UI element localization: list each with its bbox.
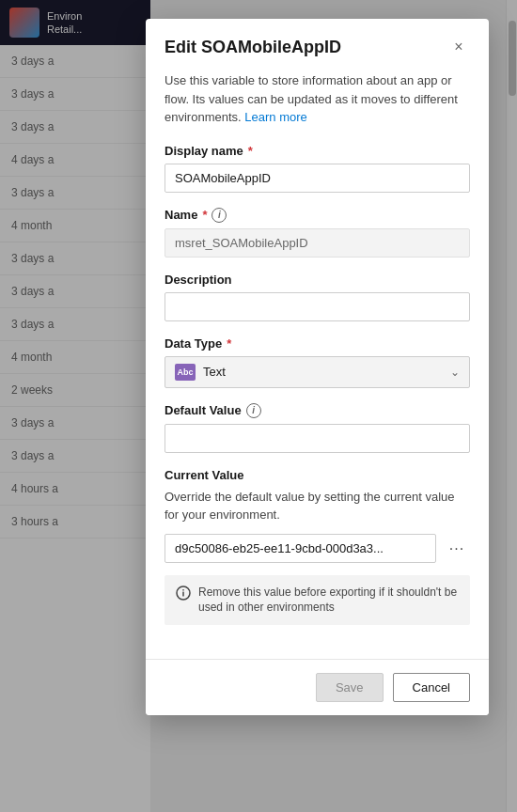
- svg-rect-2: [182, 589, 184, 591]
- description-group: Description: [164, 273, 470, 321]
- chevron-down-icon: ⌄: [450, 366, 460, 379]
- learn-more-link[interactable]: Learn more: [244, 110, 306, 124]
- display-name-label: Display name *: [164, 144, 470, 158]
- data-type-value: Text: [203, 365, 450, 379]
- edit-dialog: Edit SOAMobileAppID × Use this variable …: [146, 19, 489, 715]
- current-value-description: Override the default value by setting th…: [164, 488, 470, 524]
- name-info-icon[interactable]: i: [212, 208, 227, 223]
- save-button[interactable]: Save: [316, 673, 384, 702]
- display-name-input[interactable]: [164, 164, 470, 193]
- data-type-required-star: *: [227, 336, 231, 351]
- modal-footer: Save Cancel: [146, 659, 489, 715]
- cancel-button[interactable]: Cancel: [393, 673, 470, 702]
- info-banner-icon: [176, 586, 191, 603]
- name-group: Name * i: [164, 208, 470, 258]
- info-banner: Remove this value before exporting if it…: [164, 575, 470, 626]
- name-required-star: *: [202, 208, 207, 222]
- modal-header: Edit SOAMobileAppID ×: [146, 19, 489, 71]
- close-button[interactable]: ×: [447, 36, 470, 58]
- data-type-label: Data Type *: [164, 336, 470, 351]
- description-label: Description: [164, 273, 470, 287]
- data-type-group: Data Type * Abc Text ⌄: [164, 336, 470, 388]
- name-input: [164, 228, 470, 258]
- data-type-icon: Abc: [175, 364, 196, 381]
- default-value-info-icon[interactable]: i: [246, 403, 261, 418]
- description-input[interactable]: [164, 292, 470, 321]
- more-options-button[interactable]: ···: [444, 534, 470, 564]
- current-value-wrapper: ···: [164, 534, 470, 564]
- name-label: Name * i: [164, 208, 470, 223]
- required-star: *: [248, 144, 253, 158]
- current-value-input[interactable]: [164, 534, 436, 563]
- info-banner-text: Remove this value before exporting if it…: [198, 585, 459, 617]
- current-value-label: Current Value: [164, 468, 470, 482]
- svg-rect-1: [182, 591, 184, 596]
- data-type-select[interactable]: Abc Text ⌄: [164, 356, 470, 388]
- default-value-input[interactable]: [164, 424, 470, 453]
- modal-title: Edit SOAMobileAppID: [164, 38, 341, 57]
- modal-description: Use this variable to store information a…: [164, 71, 470, 127]
- default-value-label: Default Value i: [164, 403, 470, 418]
- current-value-group: Current Value Override the default value…: [164, 468, 470, 626]
- default-value-group: Default Value i: [164, 403, 470, 453]
- modal-body: Use this variable to store information a…: [146, 71, 489, 659]
- display-name-group: Display name *: [164, 144, 470, 193]
